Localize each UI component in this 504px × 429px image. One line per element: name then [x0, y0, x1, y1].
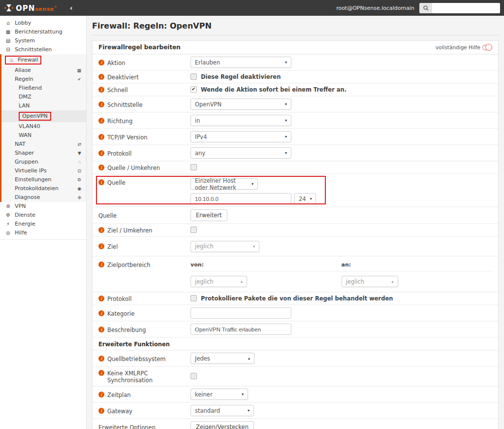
- form-row-quellbetriebssystem: iQuellbetriebssystem Jedes▴: [93, 351, 498, 367]
- quelle-type-select[interactable]: Einzelner Host oder Netzwerk▾: [190, 178, 258, 190]
- sidebar-item-label: Shaper: [15, 150, 34, 156]
- port-to-select[interactable]: jeglich▴: [342, 276, 398, 287]
- schnell-checkbox[interactable]: [190, 86, 197, 93]
- richtung-select[interactable]: in▾: [190, 115, 291, 126]
- info-icon[interactable]: i: [98, 101, 104, 107]
- search-input[interactable]: [432, 3, 500, 13]
- tcpip-version-select[interactable]: IPv4▾: [190, 131, 291, 142]
- info-icon[interactable]: i: [98, 74, 104, 80]
- sidebar-item-berichterstattung[interactable]: ▦Berichterstattung: [0, 28, 86, 36]
- quelle-address-input[interactable]: [190, 193, 291, 204]
- sidebar-collapse-icon[interactable]: ‹: [70, 4, 73, 12]
- gateway-value: standard: [195, 407, 220, 414]
- sidebar-item-label: Berichterstattung: [15, 29, 63, 35]
- zeitplan-select[interactable]: keiner▾: [190, 389, 248, 400]
- ziel-umkehren-checkbox[interactable]: [190, 227, 197, 233]
- zeigen-verstecken-button[interactable]: Zeigen/Verstecken: [190, 421, 254, 429]
- info-icon[interactable]: i: [98, 392, 104, 397]
- sidebar-item-firewall[interactable]: ♨Firewall: [1, 54, 86, 66]
- sidebar-item-regeln[interactable]: Regeln✔: [1, 75, 86, 84]
- schnittstelle-select[interactable]: OpenVPN▾: [190, 99, 291, 110]
- sidebar-item-lan[interactable]: LAN: [1, 101, 86, 110]
- quelle-type-value: Einzelner Host oder Netzwerk: [195, 177, 248, 191]
- info-icon[interactable]: i: [98, 262, 104, 267]
- lobby-icon: ⌂: [5, 20, 11, 26]
- field-label: TCP/IP Version: [107, 134, 147, 141]
- sidebar-item-openvpn[interactable]: OpenVPN: [1, 110, 86, 122]
- info-icon[interactable]: i: [98, 118, 104, 124]
- xmlrpc-checkbox[interactable]: [190, 373, 197, 379]
- sidebar-item-shaper[interactable]: Shaper▼: [1, 149, 86, 158]
- info-icon[interactable]: i: [98, 150, 104, 156]
- chevron-down-icon: ▾: [242, 392, 244, 396]
- full-help-label: vollständige Hilfe: [436, 44, 480, 50]
- beschreibung-input[interactable]: [190, 324, 291, 335]
- eye-icon: ◉: [77, 186, 81, 192]
- info-icon[interactable]: i: [98, 134, 104, 140]
- info-icon[interactable]: i: [98, 327, 104, 332]
- gateway-select[interactable]: standard▾: [190, 405, 254, 416]
- protokoll-select[interactable]: any▾: [190, 147, 291, 159]
- field-label: Deaktiviert: [107, 74, 139, 81]
- sidebar-item-nat[interactable]: NAT⇄: [1, 140, 86, 149]
- info-icon[interactable]: i: [98, 356, 104, 362]
- form-row-protokoll-log: iProtokoll Protokolliere Pakete die von …: [93, 293, 498, 305]
- sidebar-firewall-section: ♨Firewall Aliase▦ Regeln✔ Fließend DMZ L…: [0, 54, 86, 202]
- sidebar-item-schnittstellen[interactable]: ⊟Schnittstellen: [0, 45, 86, 54]
- protokoll-log-checkbox[interactable]: [190, 295, 197, 301]
- sidebar-item-label: Gruppen: [15, 159, 38, 165]
- firewall-icon: ♨: [8, 57, 15, 63]
- sidebar-item-vlan40[interactable]: VLAN40: [1, 122, 86, 131]
- sidebar-item-dienste[interactable]: ⚙Dienste: [0, 211, 86, 220]
- sidebar-item-dmz[interactable]: DMZ: [1, 93, 86, 101]
- deaktiviert-checkbox[interactable]: [190, 73, 197, 80]
- field-label: Beschreibung: [107, 327, 146, 333]
- info-icon[interactable]: i: [98, 310, 104, 316]
- quelle-umkehren-checkbox[interactable]: [190, 164, 197, 170]
- info-icon[interactable]: i: [98, 60, 104, 66]
- opnsense-logo[interactable]: OPNsense®: [4, 3, 57, 13]
- info-icon[interactable]: i: [98, 179, 104, 185]
- info-icon[interactable]: i: [98, 165, 104, 170]
- sidebar-item-virtuelle-ips[interactable]: Virtuelle IPs⊡: [1, 166, 86, 175]
- sidebar-item-wan[interactable]: WAN: [1, 131, 86, 140]
- main-content: Firewall: Regeln: OpenVPN Firewallregel …: [87, 16, 504, 429]
- sidebar-item-lobby[interactable]: ⌂Lobby: [0, 19, 86, 28]
- sidebar-item-diagnose[interactable]: Diagnose⊕: [1, 193, 86, 202]
- info-icon[interactable]: i: [98, 87, 104, 93]
- sidebar-item-label: Schnittstellen: [15, 47, 52, 53]
- field-label: Kategorie: [107, 310, 134, 317]
- full-help-toggle[interactable]: vollständige Hilfe: [436, 44, 492, 50]
- sidebar-item-vpn[interactable]: ⊛VPN: [0, 202, 86, 211]
- logged-in-user: root@OPNsense.localdomain: [336, 5, 414, 11]
- filter-icon: ▼: [78, 150, 81, 156]
- sidebar-item-energie[interactable]: ⚡Energie: [0, 220, 86, 229]
- info-icon[interactable]: i: [98, 296, 104, 301]
- form-row-xmlrpc: iKeine XMLRPC Synchronisation: [93, 367, 498, 387]
- field-label: Gateway: [107, 408, 132, 415]
- checkbox-label: Wende die Aktion sofort bei einem Treffe…: [201, 86, 346, 93]
- kategorie-input[interactable]: [190, 307, 291, 319]
- quelle-mask-select[interactable]: 24▾: [294, 193, 316, 204]
- sidebar-item-aliase[interactable]: Aliase▦: [1, 66, 86, 75]
- sidebar-item-protokolldateien[interactable]: Protokolldateien◉: [1, 184, 86, 193]
- aktion-select[interactable]: Erlauben▾: [190, 57, 291, 68]
- brand-suffix: sense: [35, 6, 54, 12]
- chevron-down-icon: ▾: [248, 408, 250, 413]
- info-icon[interactable]: i: [98, 408, 104, 414]
- sidebar-item-einstellungen[interactable]: Einstellungen⚙: [1, 175, 86, 184]
- port-from-select[interactable]: jeglich▴: [190, 276, 247, 287]
- info-icon[interactable]: i: [98, 370, 104, 376]
- ziel-select-value: jeglich: [195, 243, 214, 250]
- erweitert-button[interactable]: Erweitert: [190, 209, 227, 221]
- info-icon[interactable]: i: [98, 227, 104, 233]
- sidebar-item-fliessend[interactable]: Fließend: [1, 84, 86, 93]
- sidebar-item-system[interactable]: ▤System: [0, 36, 86, 45]
- quellbetriebssystem-select[interactable]: Jedes▴: [190, 353, 254, 364]
- info-icon[interactable]: i: [98, 243, 104, 249]
- sidebar-item-hilfe[interactable]: ◎Hilfe: [0, 229, 86, 237]
- field-label: Quelle: [98, 212, 117, 219]
- ziel-select[interactable]: jeglich▾: [190, 241, 259, 252]
- form-row-tcpip-version: iTCP/IP Version IPv4▾: [93, 129, 498, 145]
- sidebar-item-gruppen[interactable]: Gruppen∴: [1, 158, 86, 166]
